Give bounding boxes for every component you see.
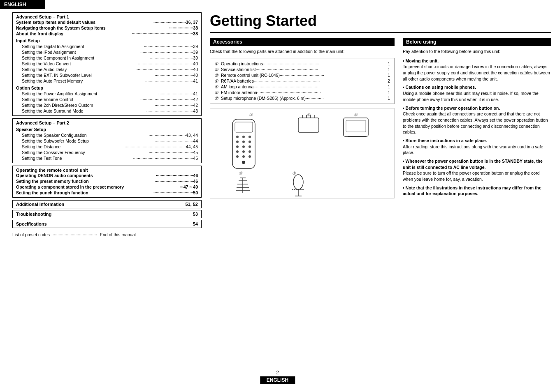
svg-point-37 [293,175,303,189]
svg-point-13 [242,150,245,153]
bullet-title: • Store these instructions in a safe pla… [403,138,487,143]
bullet-title: • Note that the illustrations in these i… [403,185,541,196]
page-footer: 2 ENGLISH [260,370,295,384]
toc-item-label: Setting the Auto Preset Memory [16,78,132,84]
toc-remote-control: Operating the remote control unit Operat… [12,166,202,198]
bullet-title: • Before turning the power operation but… [403,106,500,111]
acc-num: ④ [214,78,221,84]
toc-advanced-part2: Advanced Setup – Part 2 Speaker SetupSet… [12,118,202,163]
toc-troubleshooting-label: Troubleshooting [16,212,51,217]
toc-additional-info: Additional Information 51, 52 [12,200,202,208]
acc-num: ⑤ [214,84,221,90]
toc-item-label: Setting the Speaker Configuration [16,132,125,138]
bullet-text: Using a mobile phone near this unit may … [403,91,539,102]
toc-item-label: System setup items and default values [16,19,132,25]
svg-point-15 [236,155,239,158]
svg-text:⑤: ⑤ [354,113,358,117]
toc-item-label: Setting the Component In Assignment [16,55,132,61]
toc-item: Setting the punch through function ·····… [16,190,198,196]
toc-item-page: ········································… [132,44,198,49]
accessory-item: ④ R6P/AA batteries······················… [214,78,390,84]
toc-item-label: Setting the preset memory function [16,178,153,184]
toc-item: About the front display ················… [16,31,198,37]
svg-text:⑦: ⑦ [292,171,296,175]
bullet-title: • Moving the unit. [403,58,439,63]
toc-item-page: ········································… [132,67,198,72]
toc-item: Navigating through the System Setup item… [16,25,198,31]
toc-item-page: ·····································45 [125,150,198,155]
toc-item-label: Setting the Digital In Assignment [16,44,132,49]
toc-item: Operating DENON audio components ·······… [16,173,198,178]
accessory-item: ③ Remote control unit (RC-1049)·········… [214,72,390,78]
acc-num: ⑥ [214,90,221,95]
toc-specs-page: 54 [193,221,198,226]
toc-additional-label: Additional Information [16,202,64,207]
toc-section-label: Option Setup [16,84,198,91]
page-number: 2 [260,370,295,376]
toc-additional-page: 51, 52 [185,202,198,207]
gs-content: Accessories Check that the following par… [210,38,551,199]
toc-item-label: Setting the punch through function [16,190,153,196]
svg-point-9 [236,145,239,148]
svg-point-12 [236,150,239,153]
toc-item-page: ·······························43, 44 [125,132,198,138]
toc-item-label: Setting the Video Convert [16,61,132,67]
getting-started-title: Getting Started [210,12,551,33]
svg-point-17 [248,155,251,158]
toc-item: Setting the preset memory function ·····… [16,178,198,184]
acc-qty: 1 [358,61,390,67]
before-using-bullet: • Whenever the power operation button is… [403,158,551,182]
toc-item-page: ·································50 [153,190,198,196]
accessory-item: ⑦ Setup microphone (DM-S205) (Approx. 6 … [214,95,390,101]
toc-remote-table: Operating DENON audio components ·······… [16,173,198,196]
toc-item-page: ································46 [153,178,198,184]
before-using-bullet: • Before turning the power operation but… [403,105,551,135]
toc-item-label: Setting the Crossover Frequency [16,150,125,155]
toc-item: Setting the iPod Assignment ············… [16,49,198,55]
toc-section-label: Speaker Setup [16,125,198,132]
toc-item-label: Setting the Distance [16,144,125,150]
acc-qty: 1 [358,90,390,95]
toc-item-page: ········································… [125,144,198,150]
svg-point-16 [242,155,245,158]
toc-item: Setting the Video Convert ··············… [16,61,198,67]
acc-qty: 1 [358,67,390,72]
toc-item: Option Setup [16,84,198,91]
svg-point-3 [236,136,239,138]
svg-rect-20 [298,118,319,132]
acc-label: Setup microphone (DM-S205) (Approx. 6 m)… [221,95,358,101]
toc-item: Setting the Volume Control ·············… [16,97,198,102]
toc-specifications: Specifications 54 [12,220,202,228]
toc-item: Setting the Crossover Frequency ········… [16,150,198,155]
accessory-item: ⑥ FM indoor antenna·····················… [214,90,390,95]
toc-item: Operating a component stored in the pres… [16,184,198,190]
toc-item: Setting the Auto Surround Mode ·········… [16,108,198,114]
accessories-header: Accessories [210,38,395,46]
toc-item-page: ···47 ~ 49 [153,184,198,190]
toc-advanced-part1: Advanced Setup – Part 1 System setup ite… [12,12,202,116]
svg-rect-26 [344,118,368,136]
toc-item-page: ·····························41 [132,91,198,97]
svg-text:⑥: ⑥ [239,171,243,175]
toc-item: Setting the Component In Assignment ····… [16,55,198,61]
acc-num: ⑦ [214,95,221,101]
toc-advanced-part1-table: System setup items and default values ··… [16,19,198,114]
svg-point-18 [242,161,245,164]
accessory-item: ② Service station list··················… [214,67,390,72]
toc-item-page: ········································… [132,49,198,55]
toc-item: Setting the Speaker Configuration ······… [16,132,198,138]
toc-section-label: Input Setup [16,37,198,44]
acc-num: ① [214,61,221,67]
before-using-bullet: • Moving the unit.To prevent short-circu… [403,58,551,82]
acc-qty: 1 [358,95,390,101]
accessory-item: ① Operating instructions················… [214,61,390,67]
toc-item: Setting the EXT. IN Subwoofer Level ····… [16,72,198,78]
toc-item-page: ········································… [132,31,198,37]
svg-point-6 [236,141,239,143]
toc-item-label: Setting the Power Amplifier Assignment [16,91,132,97]
accessories-list: ① Operating instructions················… [210,58,395,104]
toc-preset-text: End of this manual [100,232,136,237]
before-using-content: Pay attention to the following before us… [403,48,551,197]
toc-item: Setting the 2ch Direct/Stereo Custom ···… [16,102,198,108]
before-using-intro: Pay attention to the following before us… [403,48,551,55]
